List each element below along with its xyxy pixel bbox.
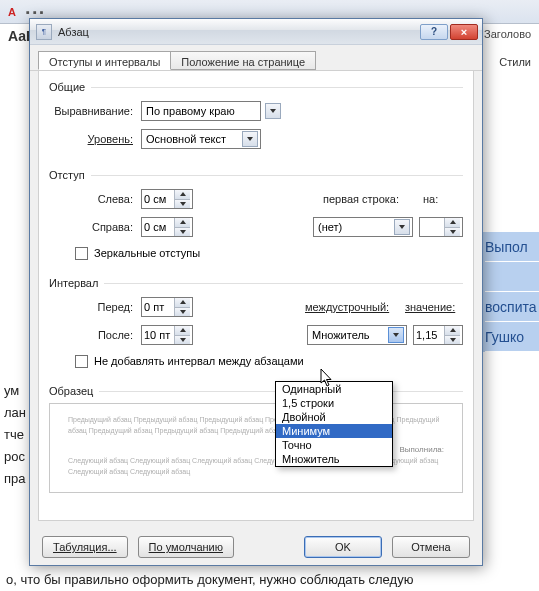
linespacing-dropdown-button[interactable]	[388, 327, 404, 343]
tab-panel: Общие Выравнивание: По правому краю Уров…	[38, 71, 474, 521]
chevron-up-icon	[180, 192, 186, 196]
help-button[interactable]: ?	[420, 24, 448, 40]
alignment-dropdown-button[interactable]	[265, 103, 281, 119]
spin-up-button[interactable]	[444, 326, 460, 335]
indent-left-input[interactable]	[142, 190, 174, 208]
spin-down-button[interactable]	[444, 335, 460, 345]
linespacing-combo[interactable]: Множитель	[307, 325, 407, 345]
mirror-indents-label: Зеркальные отступы	[94, 247, 200, 259]
chevron-down-icon	[180, 230, 186, 234]
linespacing-label: междустрочный:	[305, 301, 405, 313]
chevron-up-icon	[180, 220, 186, 224]
no-extra-space-label: Не добавлять интервал между абзацами	[94, 355, 304, 367]
styles-pane-label: Стили	[499, 56, 531, 68]
doc-bottom-text: о, что бы правильно оформить документ, н…	[6, 572, 533, 587]
space-before-label: Перед:	[49, 301, 141, 313]
linespacing-at-spinner[interactable]	[413, 325, 463, 345]
spin-up-button[interactable]	[444, 218, 460, 227]
linespacing-option[interactable]: Одинарный	[276, 382, 392, 396]
dialog-titlebar[interactable]: ¶ Абзац ? ×	[30, 19, 482, 45]
section-sample: Образец	[49, 385, 463, 397]
chevron-down-icon	[180, 202, 186, 206]
spin-down-button[interactable]	[444, 227, 460, 237]
indent-right-label: Справа:	[49, 221, 141, 233]
section-indent: Отступ	[49, 169, 463, 181]
linespacing-option[interactable]: Минимум	[276, 424, 392, 438]
chevron-down-icon	[180, 338, 186, 342]
space-before-input[interactable]	[142, 298, 174, 316]
indent-by-label: на:	[423, 193, 463, 205]
dialog-button-bar: Табуляция... По умолчанию OK Отмена	[30, 529, 482, 565]
alignment-label: Выравнивание:	[49, 105, 141, 117]
spin-down-button[interactable]	[174, 307, 190, 317]
doc-left-text: ум лан тче рос пра	[4, 380, 26, 490]
chevron-up-icon	[450, 220, 456, 224]
level-dropdown-button[interactable]	[242, 131, 258, 147]
spin-down-button[interactable]	[174, 227, 190, 237]
level-label: Уровень:	[49, 133, 141, 145]
indent-left-spinner[interactable]	[141, 189, 193, 209]
spin-down-button[interactable]	[174, 199, 190, 209]
indent-right-input[interactable]	[142, 218, 174, 236]
linespacing-option[interactable]: Двойной	[276, 410, 392, 424]
space-after-input[interactable]	[142, 326, 174, 344]
linespacing-option[interactable]: Точно	[276, 438, 392, 452]
no-extra-space-checkbox[interactable]	[75, 355, 88, 368]
chevron-down-icon	[270, 109, 276, 113]
close-button[interactable]: ×	[450, 24, 478, 40]
paragraph-icon: ¶	[36, 24, 52, 40]
spin-up-button[interactable]	[174, 298, 190, 307]
space-after-label: После:	[49, 329, 141, 341]
chevron-up-icon	[180, 328, 186, 332]
tabs-button[interactable]: Табуляция...	[42, 536, 128, 558]
indent-by-spinner[interactable]	[419, 217, 463, 237]
linespacing-option[interactable]: Множитель	[276, 452, 392, 466]
dialog-title: Абзац	[58, 26, 418, 38]
indent-right-spinner[interactable]	[141, 217, 193, 237]
tab-position[interactable]: Положение на странице	[170, 51, 316, 70]
space-before-spinner[interactable]	[141, 297, 193, 317]
spin-up-button[interactable]	[174, 190, 190, 199]
sample-preview: Предыдущий абзац Предыдущий абзац Предыд…	[49, 403, 463, 493]
mirror-indents-checkbox[interactable]	[75, 247, 88, 260]
chevron-down-icon	[450, 338, 456, 342]
linespacing-at-input[interactable]	[414, 326, 444, 344]
space-after-spinner[interactable]	[141, 325, 193, 345]
tab-indents[interactable]: Отступы и интервалы	[38, 51, 171, 70]
section-general: Общие	[49, 81, 463, 93]
indent-by-input[interactable]	[420, 218, 444, 236]
level-combo[interactable]: Основной текст	[141, 129, 261, 149]
linespacing-dropdown-list[interactable]: Одинарный1,5 строкиДвойнойМинимумТочноМн…	[275, 381, 393, 467]
firstline-combo[interactable]: (нет)	[313, 217, 413, 237]
alignment-combo[interactable]: По правому краю	[141, 101, 261, 121]
paragraph-dialog: ¶ Абзац ? × Отступы и интервалы Положени…	[29, 18, 483, 566]
linespacing-at-label: значение:	[405, 301, 463, 313]
firstline-dropdown-button[interactable]	[394, 219, 410, 235]
chevron-down-icon	[393, 333, 399, 337]
chevron-up-icon	[180, 300, 186, 304]
firstline-label: первая строка:	[323, 193, 423, 205]
chevron-down-icon	[247, 137, 253, 141]
tabstrip: Отступы и интервалы Положение на страниц…	[30, 45, 482, 71]
spin-up-button[interactable]	[174, 218, 190, 227]
doc-highlighted-text: Выпол воспита Гушко	[481, 232, 539, 352]
default-button[interactable]: По умолчанию	[138, 536, 234, 558]
cancel-button[interactable]: Отмена	[392, 536, 470, 558]
chevron-down-icon	[399, 225, 405, 229]
spin-down-button[interactable]	[174, 335, 190, 345]
spin-up-button[interactable]	[174, 326, 190, 335]
chevron-down-icon	[450, 230, 456, 234]
chevron-up-icon	[450, 328, 456, 332]
indent-left-label: Слева:	[49, 193, 141, 205]
linespacing-option[interactable]: 1,5 строки	[276, 396, 392, 410]
section-spacing: Интервал	[49, 277, 463, 289]
ok-button[interactable]: OK	[304, 536, 382, 558]
chevron-down-icon	[180, 310, 186, 314]
